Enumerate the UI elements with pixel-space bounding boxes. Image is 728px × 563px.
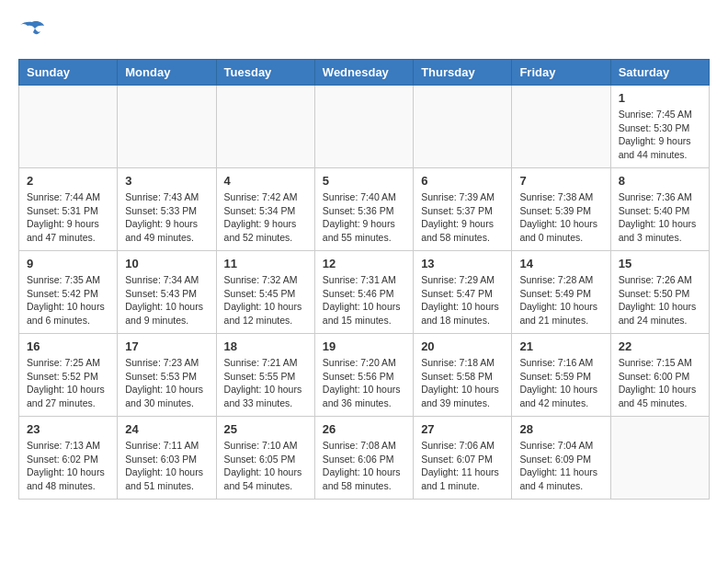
calendar-header-row: SundayMondayTuesdayWednesdayThursdayFrid… xyxy=(19,60,710,86)
day-number: 22 xyxy=(619,339,701,353)
calendar-cell: 13Sunrise: 7:29 AM Sunset: 5:47 PM Dayli… xyxy=(414,251,512,334)
day-number: 19 xyxy=(323,339,405,353)
calendar-cell xyxy=(610,417,709,500)
day-info: Sunrise: 7:21 AM Sunset: 5:55 PM Dayligh… xyxy=(224,356,307,410)
week-row-2: 2Sunrise: 7:44 AM Sunset: 5:31 PM Daylig… xyxy=(19,168,710,251)
column-header-wednesday: Wednesday xyxy=(314,60,413,86)
day-number: 28 xyxy=(519,422,602,436)
day-number: 4 xyxy=(224,174,307,188)
day-info: Sunrise: 7:29 AM Sunset: 5:47 PM Dayligh… xyxy=(421,273,504,327)
calendar-cell xyxy=(314,86,413,168)
column-header-tuesday: Tuesday xyxy=(216,60,314,86)
day-number: 9 xyxy=(27,257,109,270)
calendar-cell xyxy=(118,86,216,168)
logo xyxy=(18,18,50,44)
day-number: 1 xyxy=(619,91,701,105)
day-info: Sunrise: 7:06 AM Sunset: 6:07 PM Dayligh… xyxy=(421,439,504,493)
page-header xyxy=(18,18,710,44)
calendar-cell: 7Sunrise: 7:38 AM Sunset: 5:39 PM Daylig… xyxy=(512,168,610,251)
calendar-cell xyxy=(414,86,512,168)
calendar-cell: 24Sunrise: 7:11 AM Sunset: 6:03 PM Dayli… xyxy=(118,417,216,500)
calendar-cell: 1Sunrise: 7:45 AM Sunset: 5:30 PM Daylig… xyxy=(610,86,709,168)
calendar-cell: 9Sunrise: 7:35 AM Sunset: 5:42 PM Daylig… xyxy=(19,251,118,334)
calendar-cell: 16Sunrise: 7:25 AM Sunset: 5:52 PM Dayli… xyxy=(19,334,118,417)
day-number: 3 xyxy=(125,174,208,188)
day-info: Sunrise: 7:39 AM Sunset: 5:37 PM Dayligh… xyxy=(421,190,504,245)
column-header-monday: Monday xyxy=(118,60,216,86)
column-header-saturday: Saturday xyxy=(610,60,709,86)
calendar-cell: 23Sunrise: 7:13 AM Sunset: 6:02 PM Dayli… xyxy=(19,417,118,500)
day-number: 20 xyxy=(421,339,504,353)
calendar-cell xyxy=(512,86,610,168)
day-info: Sunrise: 7:16 AM Sunset: 5:59 PM Dayligh… xyxy=(519,356,602,410)
day-number: 6 xyxy=(421,174,504,188)
day-info: Sunrise: 7:10 AM Sunset: 6:05 PM Dayligh… xyxy=(224,439,307,493)
calendar-cell: 6Sunrise: 7:39 AM Sunset: 5:37 PM Daylig… xyxy=(414,168,512,251)
calendar-cell: 28Sunrise: 7:04 AM Sunset: 6:09 PM Dayli… xyxy=(512,417,610,500)
day-number: 14 xyxy=(519,257,602,270)
day-number: 21 xyxy=(519,339,602,353)
calendar-cell xyxy=(216,86,314,168)
week-row-3: 9Sunrise: 7:35 AM Sunset: 5:42 PM Daylig… xyxy=(19,251,710,334)
day-info: Sunrise: 7:25 AM Sunset: 5:52 PM Dayligh… xyxy=(27,356,109,410)
day-number: 16 xyxy=(27,339,109,353)
day-number: 10 xyxy=(125,257,208,270)
day-info: Sunrise: 7:23 AM Sunset: 5:53 PM Dayligh… xyxy=(125,356,208,410)
day-number: 25 xyxy=(224,422,307,436)
calendar-cell: 8Sunrise: 7:36 AM Sunset: 5:40 PM Daylig… xyxy=(610,168,709,251)
calendar-cell: 14Sunrise: 7:28 AM Sunset: 5:49 PM Dayli… xyxy=(512,251,610,334)
calendar-cell: 4Sunrise: 7:42 AM Sunset: 5:34 PM Daylig… xyxy=(216,168,314,251)
day-info: Sunrise: 7:04 AM Sunset: 6:09 PM Dayligh… xyxy=(519,439,602,493)
day-info: Sunrise: 7:36 AM Sunset: 5:40 PM Dayligh… xyxy=(619,190,701,245)
week-row-5: 23Sunrise: 7:13 AM Sunset: 6:02 PM Dayli… xyxy=(19,417,710,500)
calendar-cell: 5Sunrise: 7:40 AM Sunset: 5:36 PM Daylig… xyxy=(314,168,413,251)
calendar-cell: 11Sunrise: 7:32 AM Sunset: 5:45 PM Dayli… xyxy=(216,251,314,334)
calendar-cell: 12Sunrise: 7:31 AM Sunset: 5:46 PM Dayli… xyxy=(314,251,413,334)
calendar-cell: 17Sunrise: 7:23 AM Sunset: 5:53 PM Dayli… xyxy=(118,334,216,417)
day-info: Sunrise: 7:13 AM Sunset: 6:02 PM Dayligh… xyxy=(27,439,109,493)
week-row-1: 1Sunrise: 7:45 AM Sunset: 5:30 PM Daylig… xyxy=(19,86,710,168)
day-info: Sunrise: 7:28 AM Sunset: 5:49 PM Dayligh… xyxy=(519,273,602,327)
calendar-cell: 26Sunrise: 7:08 AM Sunset: 6:06 PM Dayli… xyxy=(314,417,413,500)
calendar-cell: 3Sunrise: 7:43 AM Sunset: 5:33 PM Daylig… xyxy=(118,168,216,251)
day-number: 24 xyxy=(125,422,208,436)
calendar-cell: 20Sunrise: 7:18 AM Sunset: 5:58 PM Dayli… xyxy=(414,334,512,417)
day-number: 27 xyxy=(421,422,504,436)
day-info: Sunrise: 7:34 AM Sunset: 5:43 PM Dayligh… xyxy=(125,273,208,327)
day-number: 26 xyxy=(323,422,405,436)
day-info: Sunrise: 7:38 AM Sunset: 5:39 PM Dayligh… xyxy=(519,190,602,245)
day-info: Sunrise: 7:40 AM Sunset: 5:36 PM Dayligh… xyxy=(323,190,405,245)
day-info: Sunrise: 7:44 AM Sunset: 5:31 PM Dayligh… xyxy=(27,190,109,245)
day-number: 13 xyxy=(421,257,504,270)
calendar-cell: 2Sunrise: 7:44 AM Sunset: 5:31 PM Daylig… xyxy=(19,168,118,251)
calendar-cell: 25Sunrise: 7:10 AM Sunset: 6:05 PM Dayli… xyxy=(216,417,314,500)
day-info: Sunrise: 7:15 AM Sunset: 6:00 PM Dayligh… xyxy=(619,356,701,410)
day-number: 11 xyxy=(224,257,307,270)
day-info: Sunrise: 7:08 AM Sunset: 6:06 PM Dayligh… xyxy=(323,439,405,493)
day-number: 23 xyxy=(27,422,109,436)
day-number: 12 xyxy=(323,257,405,270)
day-info: Sunrise: 7:45 AM Sunset: 5:30 PM Dayligh… xyxy=(619,108,701,162)
calendar-cell: 15Sunrise: 7:26 AM Sunset: 5:50 PM Dayli… xyxy=(610,251,709,334)
week-row-4: 16Sunrise: 7:25 AM Sunset: 5:52 PM Dayli… xyxy=(19,334,710,417)
calendar-cell xyxy=(19,86,118,168)
day-info: Sunrise: 7:32 AM Sunset: 5:45 PM Dayligh… xyxy=(224,273,307,327)
day-info: Sunrise: 7:43 AM Sunset: 5:33 PM Dayligh… xyxy=(125,190,208,245)
column-header-friday: Friday xyxy=(512,60,610,86)
calendar-table: SundayMondayTuesdayWednesdayThursdayFrid… xyxy=(18,59,710,500)
calendar-cell: 18Sunrise: 7:21 AM Sunset: 5:55 PM Dayli… xyxy=(216,334,314,417)
day-number: 5 xyxy=(323,174,405,188)
day-info: Sunrise: 7:35 AM Sunset: 5:42 PM Dayligh… xyxy=(27,273,109,327)
calendar-cell: 10Sunrise: 7:34 AM Sunset: 5:43 PM Dayli… xyxy=(118,251,216,334)
day-info: Sunrise: 7:11 AM Sunset: 6:03 PM Dayligh… xyxy=(125,439,208,493)
day-number: 17 xyxy=(125,339,208,353)
column-header-sunday: Sunday xyxy=(19,60,118,86)
logo-icon xyxy=(18,18,46,44)
calendar-cell: 21Sunrise: 7:16 AM Sunset: 5:59 PM Dayli… xyxy=(512,334,610,417)
day-number: 8 xyxy=(619,174,701,188)
day-info: Sunrise: 7:18 AM Sunset: 5:58 PM Dayligh… xyxy=(421,356,504,410)
calendar-cell: 19Sunrise: 7:20 AM Sunset: 5:56 PM Dayli… xyxy=(314,334,413,417)
day-info: Sunrise: 7:20 AM Sunset: 5:56 PM Dayligh… xyxy=(323,356,405,410)
day-number: 18 xyxy=(224,339,307,353)
calendar-cell: 27Sunrise: 7:06 AM Sunset: 6:07 PM Dayli… xyxy=(414,417,512,500)
